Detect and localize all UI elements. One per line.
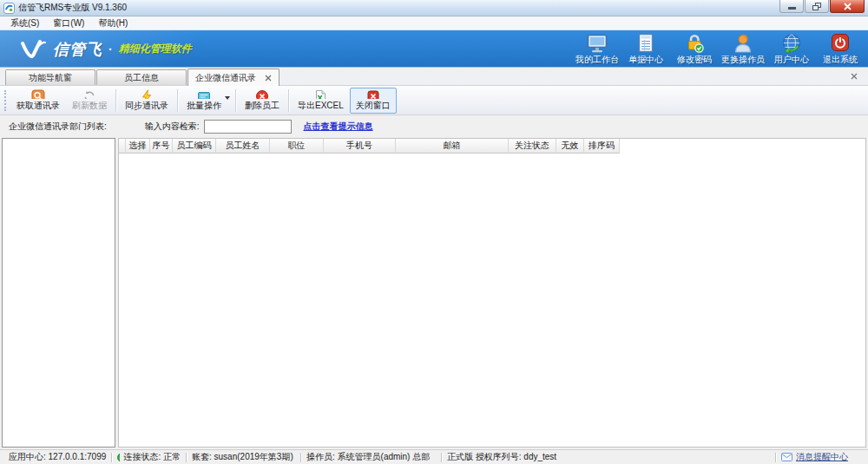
toolbar-separator (177, 89, 178, 112)
header-mobile[interactable]: 手机号 (324, 139, 396, 154)
action-exit-system[interactable]: 退出系统 (816, 32, 865, 66)
workspace: 企业微信通讯录部门列表: 输入内容检索: 点击查看提示信息 选择 序号 员工编码… (0, 115, 868, 449)
header-follow-status[interactable]: 关注状态 (509, 139, 556, 154)
action-label: 用户中心 (774, 54, 809, 66)
search-label: 输入内容检索: (145, 121, 200, 133)
header-email[interactable]: 邮箱 (396, 139, 509, 154)
header-cell-blank (119, 139, 126, 154)
status-app-center-text: 应用中心: 127.0.0.1:7099 (9, 451, 106, 463)
refresh-icon (82, 89, 96, 99)
toolbar-separator (288, 89, 289, 112)
action-label: 修改密码 (677, 54, 712, 66)
toolbar-separator (115, 89, 116, 112)
export-excel-button[interactable]: 导出EXCEL (292, 88, 350, 114)
connection-ok-icon (117, 453, 120, 462)
action-my-workbench[interactable]: 我的工作台 (573, 32, 621, 66)
tab-label: 企业微信通讯录 (195, 72, 256, 84)
status-bar: 应用中心: 127.0.0.1:7099 连接状态: 正常 账套: susan(… (0, 449, 868, 464)
brand-logo-icon (19, 38, 47, 61)
button-label: 批量操作 (187, 100, 221, 112)
toolbar-grip[interactable] (4, 90, 7, 111)
menu-help[interactable]: 帮助(H) (91, 17, 135, 29)
menu-system[interactable]: 系统(S) (3, 17, 46, 29)
action-change-password[interactable]: 修改密码 (670, 32, 719, 66)
window-title: 信管飞RMS专业版 V9.1.360 (18, 2, 127, 14)
tab-function-navigator[interactable]: 功能导航窗 (5, 69, 95, 85)
action-user-center[interactable]: 用户中心 (767, 32, 816, 66)
status-connection-text: 连接状态: 正常 (123, 451, 181, 463)
brand-separator: · (108, 42, 113, 56)
button-label: 获取通讯录 (16, 100, 60, 112)
batch-operation-button[interactable]: 批量操作 (181, 88, 233, 114)
header-index[interactable]: 序号 (150, 139, 173, 154)
switch-operator-user-icon (732, 33, 754, 53)
dept-list-label: 企业微信通讯录部门列表: (9, 121, 107, 133)
action-label: 我的工作台 (575, 54, 619, 66)
window-controls (779, 0, 865, 13)
status-operator-text: 操作员: 系统管理员(admin) 总部 (306, 451, 430, 463)
close-icon (844, 3, 852, 10)
fetch-contacts-button[interactable]: 获取通讯录 (10, 88, 66, 114)
minimize-button[interactable] (779, 0, 804, 13)
header-banner: 信管飞 · 精细化管理软件 我的工作台 单据中心 修改密码 更换操作员 用户中心… (0, 30, 868, 68)
workbench-monitor-icon (586, 33, 608, 53)
tab-wechat-contacts[interactable]: 企业微信通讯录 (187, 69, 279, 86)
search-input[interactable] (204, 120, 292, 134)
status-license: 正式版 授权序列号: ddy_test (442, 451, 775, 463)
filter-row: 企业微信通讯录部门列表: 输入内容检索: 点击查看提示信息 (0, 115, 868, 137)
header-select[interactable]: 选择 (126, 139, 150, 154)
close-button[interactable] (830, 0, 865, 13)
action-switch-operator[interactable]: 更换操作员 (719, 32, 767, 66)
action-document-center[interactable]: 单据中心 (621, 32, 670, 66)
tab-close-icon[interactable] (265, 75, 272, 82)
user-center-globe-icon (780, 33, 803, 53)
change-password-lock-icon (683, 33, 706, 53)
restore-button[interactable] (805, 0, 829, 13)
dropdown-caret-icon[interactable] (225, 96, 230, 100)
button-label: 刷新数据 (72, 100, 107, 112)
hint-link[interactable]: 点击查看提示信息 (304, 121, 373, 133)
action-label: 单据中心 (628, 54, 663, 66)
batch-operation-icon (197, 89, 211, 99)
header-invalid[interactable]: 无效 (556, 139, 584, 154)
action-label: 更换操作员 (721, 54, 765, 66)
button-label: 导出EXCEL (298, 100, 344, 112)
status-message-center[interactable]: 消息提醒中心 (776, 451, 868, 463)
close-window-icon (366, 89, 380, 99)
tab-label: 员工信息 (124, 72, 159, 84)
banner-actions: 我的工作台 单据中心 修改密码 更换操作员 用户中心 退出系统 (573, 32, 865, 66)
header-employee-code[interactable]: 员工编码 (173, 139, 216, 154)
header-position[interactable]: 职位 (270, 139, 324, 154)
message-center-link[interactable]: 消息提醒中心 (796, 451, 848, 463)
sync-lightning-icon (140, 89, 154, 99)
restore-icon (812, 3, 822, 10)
delete-employee-button[interactable]: 删除员工 (239, 88, 286, 114)
tab-strip: 功能导航窗 员工信息 企业微信通讯录 (0, 68, 868, 86)
close-window-button[interactable]: 关闭窗口 (350, 88, 397, 114)
toolbar-separator (235, 89, 236, 112)
minimize-icon (788, 7, 796, 10)
tab-employee-info[interactable]: 员工信息 (96, 69, 187, 85)
sync-contacts-button[interactable]: 同步通讯录 (119, 88, 174, 114)
toolbar: 获取通讯录 刷新数据 同步通讯录 批量操作 删除员工 导出EXCEL 关闭窗口 (0, 86, 868, 115)
status-app-center: 应用中心: 127.0.0.1:7099 (0, 451, 111, 463)
status-license-text: 正式版 授权序列号: ddy_test (447, 451, 556, 463)
department-tree-panel[interactable] (2, 138, 115, 448)
status-operator: 操作员: 系统管理员(admin) 总部 (301, 451, 441, 463)
header-employee-name[interactable]: 员工姓名 (216, 139, 270, 154)
status-connection: 连接状态: 正常 (112, 451, 186, 463)
header-sort-code[interactable]: 排序码 (584, 139, 620, 154)
tabstrip-close-icon[interactable] (851, 73, 858, 80)
document-center-icon (635, 33, 657, 53)
refresh-data-button[interactable]: 刷新数据 (66, 88, 113, 114)
button-label: 删除员工 (245, 100, 279, 112)
status-account: 账套: susan(2019年第3期) (187, 451, 300, 463)
brand-slogan: 精细化管理软件 (119, 42, 192, 56)
brand-name: 信管飞 (53, 39, 102, 60)
contacts-table: 选择 序号 员工编码 员工姓名 职位 手机号 邮箱 关注状态 无效 排序码 (118, 138, 866, 448)
action-label: 退出系统 (823, 54, 858, 66)
exit-power-icon (829, 33, 852, 53)
status-account-text: 账套: susan(2019年第3期) (192, 451, 293, 463)
menu-window[interactable]: 窗口(W) (46, 17, 91, 29)
export-excel-icon (313, 89, 327, 99)
